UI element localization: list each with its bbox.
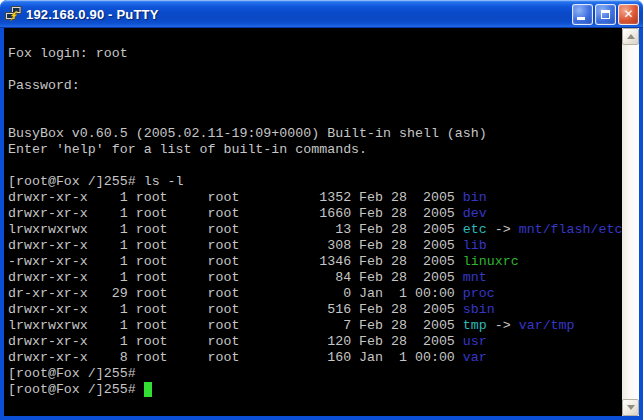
terminal-line: Fox login: root (8, 46, 622, 62)
terminal-text-segment: -> (487, 318, 519, 333)
terminal-line: drwxr-xr-x 1 root root 516 Feb 28 2005 s… (8, 302, 622, 318)
terminal-line: drwxr-xr-x 1 root root 1352 Feb 28 2005 … (8, 190, 622, 206)
terminal-text-segment: mnt (463, 270, 487, 285)
chevron-down-icon (627, 405, 635, 410)
terminal-text-segment: proc (463, 286, 495, 301)
terminal-text-segment: var/tmp (519, 318, 575, 333)
maximize-button[interactable] (595, 4, 616, 25)
terminal-line: BusyBox v0.60.5 (2005.02.11-19:09+0000) … (8, 126, 622, 142)
scrollbar-thumb[interactable] (622, 45, 639, 399)
terminal-text-segment: drwxr-xr-x 1 root root 308 Feb 28 2005 (8, 238, 463, 253)
terminal-text-segment: [root@Fox /]255# (8, 366, 136, 381)
terminal-text-segment: -rwxr-xr-x 1 root root 1346 Feb 28 2005 (8, 254, 463, 269)
scrollbar[interactable] (622, 28, 639, 416)
terminal-line: Enter 'help' for a list of built-in comm… (8, 142, 622, 158)
terminal-text-segment: mnt/flash/etc (519, 222, 622, 237)
terminal-line: drwxr-xr-x 1 root root 120 Feb 28 2005 u… (8, 334, 622, 350)
terminal-text-segment: BusyBox v0.60.5 (2005.02.11-19:09+0000) … (8, 126, 487, 141)
minimize-button[interactable] (572, 4, 593, 25)
minimize-icon (577, 17, 585, 20)
terminal-text-segment: lrwxrwxrwx 1 root root 13 Feb 28 2005 (8, 222, 463, 237)
terminal-text-segment: [root@Fox /]255# ls -l (8, 174, 184, 189)
terminal-text-segment: bin (463, 190, 487, 205)
terminal-line: drwxr-xr-x 1 root root 1660 Feb 28 2005 … (8, 206, 622, 222)
close-button[interactable]: ✕ (618, 4, 639, 25)
close-icon: ✕ (623, 8, 633, 20)
window-title: 192.168.0.90 - PuTTY (26, 7, 572, 22)
client-area: Fox login: rootPassword:BusyBox v0.60.5 … (4, 28, 639, 416)
terminal-text-segment: drwxr-xr-x 1 root root 516 Feb 28 2005 (8, 302, 463, 317)
terminal-line (8, 110, 622, 126)
terminal-text-segment: drwxr-xr-x 1 root root 84 Feb 28 2005 (8, 270, 463, 285)
terminal-screen[interactable]: Fox login: rootPassword:BusyBox v0.60.5 … (4, 28, 622, 416)
terminal-line (8, 62, 622, 78)
terminal-line (8, 94, 622, 110)
terminal-text-segment: tmp (463, 318, 487, 333)
terminal-text-segment: dr-xr-xr-x 29 root root 0 Jan 1 00:00 (8, 286, 463, 301)
maximize-icon (601, 10, 610, 19)
terminal-line: drwxr-xr-x 1 root root 308 Feb 28 2005 l… (8, 238, 622, 254)
terminal-text-segment: etc (463, 222, 487, 237)
terminal-text-segment: Fox login: root (8, 46, 128, 61)
terminal-text-segment: sbin (463, 302, 495, 317)
terminal-text-segment: -> (487, 222, 519, 237)
terminal-text-segment: drwxr-xr-x 1 root root 1660 Feb 28 2005 (8, 206, 463, 221)
terminal-line: lrwxrwxrwx 1 root root 13 Feb 28 2005 et… (8, 222, 622, 238)
terminal-text-segment: var (463, 350, 487, 365)
terminal-text-segment: lib (463, 238, 487, 253)
terminal-line: -rwxr-xr-x 1 root root 1346 Feb 28 2005 … (8, 254, 622, 270)
terminal-cursor (144, 382, 152, 397)
terminal-line: Password: (8, 78, 622, 94)
terminal-line: drwxr-xr-x 8 root root 160 Jan 1 00:00 v… (8, 350, 622, 366)
putty-window: 192.168.0.90 - PuTTY ✕ Fox login: rootPa… (0, 0, 643, 420)
terminal-text-segment: usr (463, 334, 487, 349)
chevron-up-icon (627, 34, 635, 39)
scroll-up-button[interactable] (622, 28, 639, 45)
terminal-line: [root@Fox /]255# (8, 382, 622, 398)
title-bar[interactable]: 192.168.0.90 - PuTTY ✕ (0, 0, 643, 28)
terminal-text-segment: [root@Fox /]255# (8, 382, 144, 397)
terminal-line: dr-xr-xr-x 29 root root 0 Jan 1 00:00 pr… (8, 286, 622, 302)
terminal-text-segment: linuxrc (463, 254, 519, 269)
terminal-line: [root@Fox /]255# ls -l (8, 174, 622, 190)
terminal-text-segment: Enter 'help' for a list of built-in comm… (8, 142, 367, 157)
terminal-text-segment: dev (463, 206, 487, 221)
terminal-text-segment: lrwxrwxrwx 1 root root 7 Feb 28 2005 (8, 318, 463, 333)
terminal-text-segment: drwxr-xr-x 8 root root 160 Jan 1 00:00 (8, 350, 463, 365)
scroll-down-button[interactable] (622, 399, 639, 416)
terminal-line: drwxr-xr-x 1 root root 84 Feb 28 2005 mn… (8, 270, 622, 286)
terminal-text-segment: Password: (8, 78, 80, 93)
terminal-line: [root@Fox /]255# (8, 366, 622, 382)
window-controls: ✕ (572, 4, 639, 25)
putty-terminal-icon[interactable] (5, 6, 22, 22)
terminal-line (8, 158, 622, 174)
terminal-text-segment: drwxr-xr-x 1 root root 1352 Feb 28 2005 (8, 190, 463, 205)
terminal-line: lrwxrwxrwx 1 root root 7 Feb 28 2005 tmp… (8, 318, 622, 334)
terminal-text-segment: drwxr-xr-x 1 root root 120 Feb 28 2005 (8, 334, 463, 349)
